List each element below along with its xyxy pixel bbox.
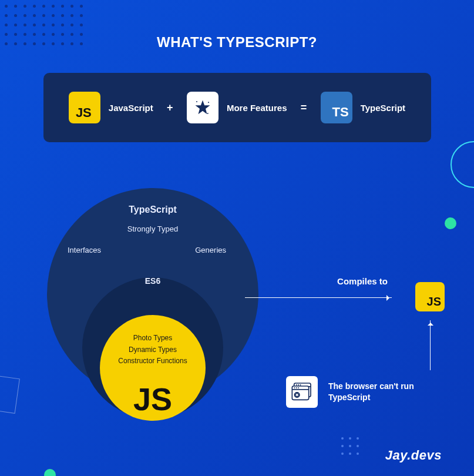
eq-ts-label: TypeScript	[361, 103, 405, 113]
svg-point-1	[196, 101, 197, 102]
deco-dot-green	[445, 217, 456, 229]
venn-inner-l3: Constructor Functions	[100, 356, 206, 367]
venn-generics: Generies	[195, 246, 226, 254]
eq-ts: TS TypeScript	[321, 92, 405, 123]
compile-flow: Compiles to JS The browser can't run Typ…	[292, 276, 445, 292]
deco-dot-grid-small	[341, 437, 359, 455]
arrow-up-icon	[430, 320, 431, 370]
deco-dot-green	[44, 469, 56, 476]
svg-point-3	[207, 113, 209, 114]
svg-point-13	[298, 387, 299, 388]
venn-interfaces: Interfaces	[68, 246, 101, 254]
brand-logo: Jay.devs	[385, 448, 442, 463]
svg-point-6	[296, 384, 297, 386]
venn-diagram: TypeScript Strongly Typed Interfaces Gen…	[47, 188, 258, 423]
browser-icon	[286, 376, 318, 408]
eq-js-label: JavaScript	[109, 103, 153, 113]
eq-features-label: More Features	[227, 103, 287, 113]
venn-inner-l1: Photo Types	[100, 333, 206, 344]
eq-features: More Features	[187, 92, 287, 123]
svg-point-8	[300, 384, 301, 386]
venn-es6-title: ES6	[47, 276, 258, 286]
venn-inner-l2: Dynamic Types	[100, 344, 206, 356]
equation-card: JS JavaScript + More Features = TS TypeS…	[43, 73, 431, 142]
svg-point-11	[294, 387, 295, 388]
js-target-icon: JS	[415, 282, 445, 311]
arrow-right-icon	[245, 297, 392, 298]
equals-operator: =	[301, 102, 307, 114]
deco-arc	[451, 141, 474, 188]
star-icon	[187, 92, 218, 123]
venn-inner-labels: Photo Types Dynamic Types Constructor Fu…	[100, 333, 206, 367]
browser-note: The browser can't run TypeScript	[328, 381, 422, 403]
browser-row: The browser can't run TypeScript	[286, 376, 422, 408]
venn-inner-js: JS	[100, 381, 206, 417]
svg-marker-0	[195, 100, 210, 115]
svg-point-2	[208, 102, 209, 103]
venn-outer-title: TypeScript	[47, 205, 258, 215]
venn-strongly-typed: Strongly Typed	[47, 224, 258, 233]
ts-icon: TS	[321, 92, 352, 123]
eq-js: JS JavaScript	[69, 92, 153, 123]
plus-operator: +	[167, 102, 173, 114]
svg-point-7	[298, 384, 299, 386]
svg-point-12	[296, 387, 297, 388]
deco-square	[0, 374, 20, 414]
js-icon: JS	[69, 92, 100, 123]
deco-dot-grid	[5, 5, 83, 46]
